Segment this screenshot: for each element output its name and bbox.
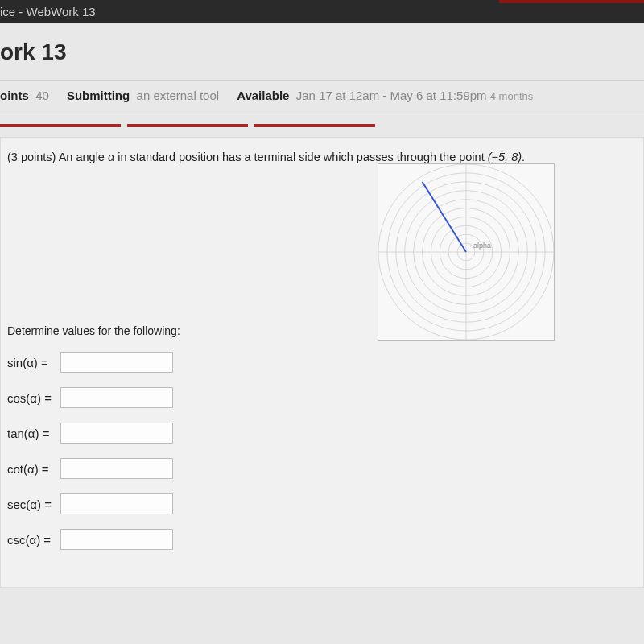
input-row-tan: tan(α) = [7,423,635,444]
csc-input[interactable] [60,529,173,550]
submitting: Submitting an external tool [67,89,219,102]
input-row-sin: sin(α) = [7,352,635,373]
available: Available Jan 17 at 12am - May 6 at 11:5… [237,89,533,102]
sin-input[interactable] [60,352,173,373]
terminal-side [423,182,467,252]
question-text: (3 points) An angle α in standard positi… [7,151,619,163]
progress-segment [127,124,248,127]
input-row-cos: cos(α) = [7,387,635,408]
input-row-sec: sec(α) = [7,493,635,514]
browser-tab[interactable]: ice - WebWork 13 [0,0,644,23]
cot-input[interactable] [60,458,173,479]
window-accent [499,0,644,3]
question-panel: (3 points) An angle α in standard positi… [0,137,644,588]
progress-segment [0,124,121,127]
sec-input[interactable] [60,493,173,514]
input-row-csc: csc(α) = [7,529,635,550]
tan-input[interactable] [60,423,173,444]
angle-diagram: alpha [378,163,555,341]
points: oints 40 [0,89,49,102]
page-title: ork 13 [0,23,644,80]
alpha-label: alpha [473,242,491,250]
assignment-meta: oints 40 Submitting an external tool Ava… [0,80,644,114]
input-row-cot: cot(α) = [7,458,635,479]
tab-title: ice - WebWork 13 [0,5,96,19]
progress-segment [254,124,375,127]
cos-input[interactable] [60,387,173,408]
progress-bar [0,114,644,132]
polar-plot [378,164,554,340]
